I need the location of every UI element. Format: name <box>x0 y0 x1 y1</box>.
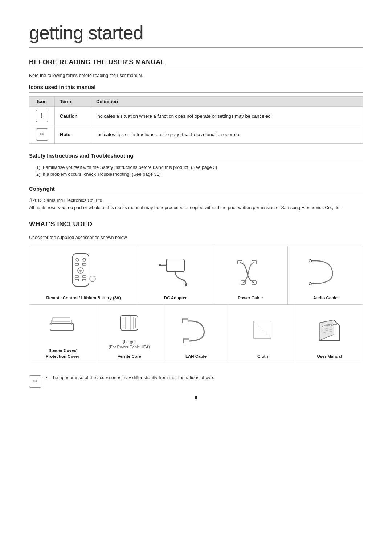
cloth-label: Cloth <box>257 353 268 359</box>
svg-rect-12 <box>166 259 184 272</box>
safety-item-1: 1) Familiarise yourself with the Safety … <box>29 165 363 170</box>
accessory-power-cable: Power Cable <box>213 246 288 304</box>
table-header-definition: Definition <box>91 97 363 107</box>
svg-point-1 <box>76 258 79 261</box>
note-term: Note <box>55 125 91 144</box>
subsection-icons: Icons used in this manual Icon Term Defi… <box>29 84 363 144</box>
user-manual-label: User Manual <box>317 353 342 359</box>
note-icon-cell: ✏ <box>29 125 55 144</box>
svg-point-2 <box>83 258 86 261</box>
audio-cable-image <box>291 251 359 292</box>
svg-rect-4 <box>82 263 86 265</box>
svg-rect-34 <box>182 319 188 320</box>
accessory-ferrite: (Large) (For Power Cable 1EA) Ferrite Co… <box>96 305 163 363</box>
caution-icon: ! <box>36 110 48 122</box>
cloth-image <box>233 310 292 350</box>
power-cable-image <box>217 251 284 292</box>
ferrite-label: Ferrite Core <box>118 353 141 359</box>
accessory-dc-adapter: DC Adapter <box>138 246 213 304</box>
dc-adapter-image <box>142 251 209 292</box>
table-row: ✏ Note Indicates tips or instructions on… <box>29 125 363 144</box>
subsection-copyright: Copyright ©2012 Samsung Electronics Co.,… <box>29 186 363 210</box>
accessory-cloth: Cloth <box>229 305 296 363</box>
accessory-lan-cable: LAN Cable <box>163 305 230 363</box>
section-whats-included: WHAT'S INCLUDED Check for the supplied a… <box>29 220 363 388</box>
lan-cable-image <box>167 310 226 350</box>
safety-list: 1) Familiarise yourself with the Safety … <box>29 165 363 177</box>
accessories-row-2: Spacer Cover/Protection Cover <box>29 305 363 363</box>
svg-rect-3 <box>75 263 79 265</box>
copyright-line1: ©2012 Samsung Electronics Co.,Ltd. <box>29 198 363 203</box>
svg-rect-9 <box>75 279 79 281</box>
accessory-audio-cable: Audio Cable <box>288 246 363 304</box>
copyright-line2: All rights reserved; no part or whole of… <box>29 205 363 210</box>
subsection-safety: Safety Instructions and Troubleshooting … <box>29 153 363 177</box>
svg-point-6 <box>79 270 82 272</box>
section-title-before-reading: BEFORE READING THE USER'S MANUAL <box>29 58 363 69</box>
caution-icon-cell: ! <box>29 107 55 125</box>
spacer-image <box>33 310 92 345</box>
svg-point-13 <box>185 284 187 286</box>
svg-line-38 <box>254 321 271 339</box>
ferrite-sublabel-for: (For Power Cable 1EA) <box>109 345 150 349</box>
svg-rect-23 <box>50 324 74 330</box>
dc-adapter-label: DC Adapter <box>164 295 187 301</box>
accessories-note: ▪ The appearance of the accessories may … <box>46 375 214 380</box>
note-icon-box: ✏ <box>29 375 41 388</box>
safety-item-2: 2) If a problem occurs, check Troublesho… <box>29 172 363 177</box>
svg-rect-24 <box>52 320 72 325</box>
caution-definition: Indicates a situation where a function d… <box>91 107 363 125</box>
ferrite-sublabel-large: (Large) <box>123 340 135 344</box>
remote-image <box>33 251 134 292</box>
power-cable-label: Power Cable <box>238 295 263 301</box>
accessory-user-manual: USER'S GUIDE User Manual <box>296 305 363 363</box>
accessory-remote: Remote Control / Lithium Battery (3V) <box>29 246 138 304</box>
note-icon: ✏ <box>36 128 48 141</box>
svg-rect-25 <box>53 317 70 322</box>
section-title-whats-included: WHAT'S INCLUDED <box>29 220 363 231</box>
subsection-title-safety: Safety Instructions and Troubleshooting <box>29 153 363 161</box>
svg-point-11 <box>90 276 95 282</box>
svg-rect-10 <box>82 279 86 281</box>
whats-included-intro: Check for the supplied accessories shown… <box>29 235 363 240</box>
lan-cable-label: LAN Cable <box>185 353 207 359</box>
accessories-row-1: Remote Control / Lithium Battery (3V) <box>29 246 363 305</box>
table-header-icon: Icon <box>29 97 55 107</box>
table-row: ! Caution Indicates a situation where a … <box>29 107 363 125</box>
svg-rect-8 <box>82 276 86 277</box>
user-manual-image: USER'S GUIDE <box>300 310 359 350</box>
icons-table: Icon Term Definition ! Caution Indicates… <box>29 96 363 144</box>
subsection-title-icons: Icons used in this manual <box>29 84 363 93</box>
accessory-spacer: Spacer Cover/Protection Cover <box>29 305 96 363</box>
remote-label: Remote Control / Lithium Battery (3V) <box>46 295 121 301</box>
spacer-label: Spacer Cover/Protection Cover <box>46 348 79 359</box>
section-intro: Note the following terms before reading … <box>29 73 363 78</box>
note-icon-bottom: ✏ <box>29 375 41 388</box>
svg-marker-40 <box>319 320 334 340</box>
table-header-term: Term <box>55 97 91 107</box>
svg-rect-7 <box>75 276 79 277</box>
page-title: getting started <box>29 22 363 48</box>
subsection-title-copyright: Copyright <box>29 186 363 194</box>
svg-rect-36 <box>183 339 189 340</box>
audio-cable-label: Audio Cable <box>313 295 338 301</box>
note-box: ✏ ▪ The appearance of the accessories ma… <box>29 370 363 388</box>
page-number: 6 <box>29 395 363 400</box>
svg-point-14 <box>159 264 161 266</box>
accessories-box: Remote Control / Lithium Battery (3V) <box>29 246 363 363</box>
note-definition: Indicates tips or instructions on the pa… <box>91 125 363 144</box>
caution-term: Caution <box>55 107 91 125</box>
section-before-reading: BEFORE READING THE USER'S MANUAL Note th… <box>29 58 363 210</box>
ferrite-image <box>100 310 159 340</box>
